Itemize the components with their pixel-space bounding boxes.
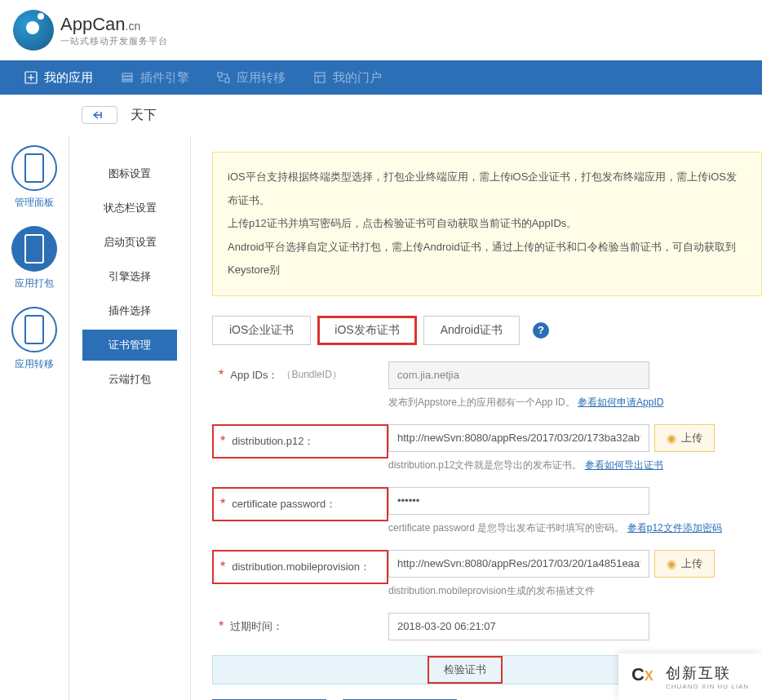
info-line: 上传p12证书并填写密码后，点击检验证书可自动获取当前证书的AppIDs。 bbox=[228, 212, 746, 236]
svg-rect-8 bbox=[315, 73, 325, 82]
upload-mobileprovision-button[interactable]: ◉ 上传 bbox=[654, 550, 715, 578]
required-star: * bbox=[220, 560, 225, 574]
field-label: 过期时间： bbox=[230, 619, 283, 634]
svg-rect-3 bbox=[122, 73, 132, 76]
sub-plugin-select[interactable]: 插件选择 bbox=[82, 295, 177, 326]
top-nav: 我的应用 插件引擎 应用转移 我的门户 bbox=[0, 60, 762, 95]
row-p12: * distribution.p12： ◉ 上传 distribution.p1… bbox=[212, 424, 762, 472]
row-mobileprovision: * distribution.mobileprovision： ◉ 上传 dis… bbox=[212, 550, 762, 598]
help-link-p12-password[interactable]: 参看p12文件添加密码 bbox=[627, 522, 722, 534]
required-star: * bbox=[219, 368, 224, 383]
nav-my-apps[interactable]: 我的应用 bbox=[13, 60, 104, 95]
phone-icon bbox=[24, 153, 44, 183]
sidebar-manage-panel[interactable]: 管理面板 bbox=[2, 142, 66, 213]
portal-icon bbox=[313, 71, 326, 84]
sub-sidebar: 图标设置 状态栏设置 启动页设置 引擎选择 插件选择 证书管理 云端打包 bbox=[69, 135, 191, 700]
verify-cert-button[interactable]: 检验证书 bbox=[428, 656, 503, 684]
phone-icon bbox=[24, 234, 44, 264]
info-line: iOS平台支持根据终端类型选择，打包企业终端应用，需上传iOS企业证书，打包发布… bbox=[228, 166, 746, 212]
logo-icon bbox=[13, 10, 54, 51]
stack-icon bbox=[121, 71, 134, 84]
header: AppCan.cn 一站式移动开发服务平台 bbox=[0, 0, 762, 60]
left-icon-sidebar: 管理面板 应用打包 应用转移 bbox=[0, 135, 69, 700]
mobileprovision-input[interactable] bbox=[388, 550, 649, 578]
help-text: distribution.p12文件就是您导出的发布证书。 参看如何导出证书 bbox=[388, 459, 762, 472]
back-arrow-icon bbox=[92, 110, 107, 120]
required-star: * bbox=[220, 497, 225, 512]
eye-icon: ◉ bbox=[667, 432, 676, 445]
app-ids-input[interactable] bbox=[388, 361, 649, 389]
tab-ios-enterprise[interactable]: iOS企业证书 bbox=[212, 316, 311, 345]
help-link-appid[interactable]: 参看如何申请AppID bbox=[578, 397, 663, 408]
nav-my-portal[interactable]: 我的门户 bbox=[302, 60, 393, 95]
row-expire: * 过期时间： bbox=[212, 613, 762, 640]
footer-sub-text: CHUANG XIN HU LIAN bbox=[666, 683, 749, 690]
required-star: * bbox=[219, 619, 224, 634]
nav-label: 插件引擎 bbox=[140, 70, 189, 86]
svg-rect-7 bbox=[225, 78, 229, 82]
tab-android[interactable]: Android证书 bbox=[423, 316, 520, 345]
tab-ios-release[interactable]: iOS发布证书 bbox=[317, 316, 416, 345]
svg-rect-4 bbox=[122, 77, 132, 79]
logo-sub-text: 一站式移动开发服务平台 bbox=[60, 35, 168, 47]
sub-engine-select[interactable]: 引擎选择 bbox=[82, 261, 177, 292]
nav-app-transfer[interactable]: 应用转移 bbox=[206, 60, 297, 95]
sidebar-label: 应用打包 bbox=[15, 277, 54, 290]
sidebar-label: 应用转移 bbox=[15, 357, 54, 371]
content-area: iOS平台支持根据终端类型选择，打包企业终端应用，需上传iOS企业证书，打包发布… bbox=[191, 135, 762, 700]
sub-launch-setting[interactable]: 启动页设置 bbox=[82, 227, 177, 258]
breadcrumb: 天下 bbox=[0, 95, 762, 135]
logo-main-text: AppCan.cn bbox=[60, 14, 168, 35]
phone-transfer-icon bbox=[24, 315, 44, 344]
footer-logo-icon: CX bbox=[631, 664, 658, 690]
row-password: * certificate password： certificate pass… bbox=[212, 487, 762, 535]
nav-label: 我的应用 bbox=[44, 70, 93, 86]
help-text: 发布到Appstore上的应用都有一个App ID。 参看如何申请AppID bbox=[388, 396, 762, 410]
logo[interactable]: AppCan.cn 一站式移动开发服务平台 bbox=[13, 10, 749, 51]
info-box: iOS平台支持根据终端类型选择，打包企业终端应用，需上传iOS企业证书，打包发布… bbox=[212, 152, 762, 296]
cert-tabs: iOS企业证书 iOS发布证书 Android证书 ? bbox=[212, 316, 762, 345]
eye-icon: ◉ bbox=[667, 557, 676, 570]
upload-p12-button[interactable]: ◉ 上传 bbox=[654, 424, 715, 452]
transfer-icon bbox=[217, 71, 230, 84]
svg-rect-5 bbox=[122, 80, 132, 82]
footer-logo[interactable]: CX 创新互联 CHUANG XIN HU LIAN bbox=[618, 653, 762, 700]
plus-box-icon bbox=[24, 71, 38, 84]
sub-cloud-package[interactable]: 云端打包 bbox=[82, 364, 177, 395]
help-text: certificate password 是您导出发布证书时填写的密码。 参看p… bbox=[388, 521, 762, 535]
field-label: distribution.p12： bbox=[232, 434, 314, 449]
field-label: App IDs： bbox=[230, 368, 278, 383]
sidebar-app-transfer[interactable]: 应用转移 bbox=[2, 303, 66, 374]
info-line: Android平台选择自定义证书打包，需上传Android证书，通过上传的证书和… bbox=[228, 236, 746, 282]
help-link-export-cert[interactable]: 参看如何导出证书 bbox=[585, 459, 663, 471]
svg-rect-6 bbox=[218, 73, 222, 77]
row-app-ids: * App IDs： （BundleID） 发布到Appstore上的应用都有一… bbox=[212, 361, 762, 410]
sub-icon-setting[interactable]: 图标设置 bbox=[82, 158, 177, 189]
help-text: distribution.mobileprovision生成的发布描述文件 bbox=[388, 584, 762, 598]
field-label: certificate password： bbox=[232, 497, 336, 512]
required-star: * bbox=[220, 434, 225, 449]
nav-label: 应用转移 bbox=[237, 70, 286, 86]
expire-input[interactable] bbox=[388, 613, 649, 640]
sub-statusbar-setting[interactable]: 状态栏设置 bbox=[82, 193, 177, 224]
nav-plugin-engine[interactable]: 插件引擎 bbox=[109, 60, 201, 95]
back-button[interactable] bbox=[82, 106, 117, 124]
footer-main-text: 创新互联 bbox=[666, 663, 749, 683]
sidebar-label: 管理面板 bbox=[15, 196, 54, 210]
field-hint: （BundleID） bbox=[281, 368, 341, 382]
field-label: distribution.mobileprovision： bbox=[232, 560, 370, 574]
sub-cert-manage[interactable]: 证书管理 bbox=[82, 330, 177, 361]
sidebar-app-package[interactable]: 应用打包 bbox=[2, 223, 66, 294]
nav-label: 我的门户 bbox=[333, 70, 382, 86]
help-icon[interactable]: ? bbox=[533, 322, 549, 339]
page-title: 天下 bbox=[131, 107, 157, 124]
cert-password-input[interactable] bbox=[388, 487, 649, 515]
p12-input[interactable] bbox=[388, 424, 649, 452]
